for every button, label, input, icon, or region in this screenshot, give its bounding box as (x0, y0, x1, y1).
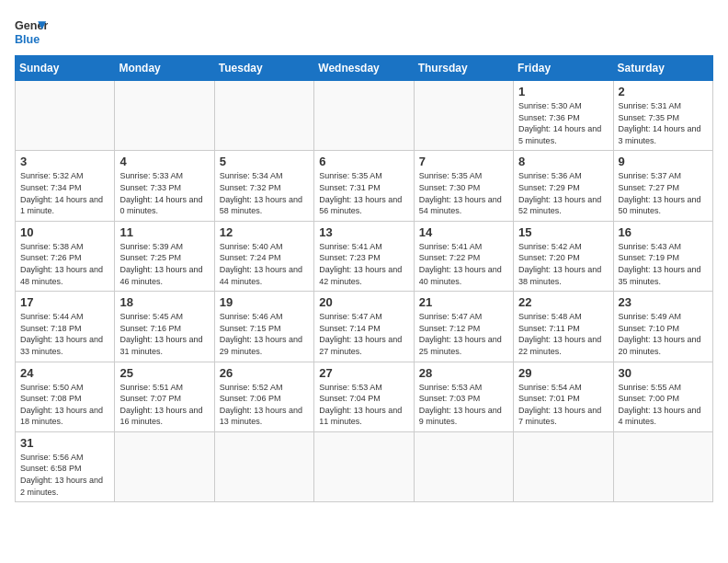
day-number: 19 (220, 295, 309, 309)
day-number: 14 (419, 225, 508, 239)
calendar-cell (115, 81, 214, 151)
calendar-cell (414, 431, 513, 501)
calendar-week-row: 1Sunrise: 5:30 AM Sunset: 7:36 PM Daylig… (16, 81, 713, 151)
calendar-cell: 7Sunrise: 5:35 AM Sunset: 7:30 PM Daylig… (414, 151, 513, 221)
calendar-cell: 11Sunrise: 5:39 AM Sunset: 7:25 PM Dayli… (115, 221, 214, 291)
day-number: 16 (619, 225, 708, 239)
day-info: Sunrise: 5:35 AM Sunset: 7:30 PM Dayligh… (419, 170, 508, 216)
day-number: 15 (518, 225, 608, 239)
calendar-cell: 31Sunrise: 5:56 AM Sunset: 6:58 PM Dayli… (16, 431, 115, 501)
day-number: 28 (419, 366, 508, 380)
day-info: Sunrise: 5:30 AM Sunset: 7:36 PM Dayligh… (518, 100, 608, 146)
calendar-cell: 26Sunrise: 5:52 AM Sunset: 7:06 PM Dayli… (214, 362, 313, 431)
day-info: Sunrise: 5:40 AM Sunset: 7:24 PM Dayligh… (220, 241, 309, 287)
calendar-cell: 8Sunrise: 5:36 AM Sunset: 7:29 PM Daylig… (514, 151, 613, 221)
day-number: 7 (419, 155, 508, 168)
day-info: Sunrise: 5:41 AM Sunset: 7:22 PM Dayligh… (419, 241, 508, 287)
day-number: 3 (20, 155, 109, 168)
calendar-cell: 12Sunrise: 5:40 AM Sunset: 7:24 PM Dayli… (214, 221, 313, 291)
day-info: Sunrise: 5:38 AM Sunset: 7:26 PM Dayligh… (20, 241, 109, 287)
day-info: Sunrise: 5:42 AM Sunset: 7:20 PM Dayligh… (518, 241, 608, 287)
calendar-cell: 20Sunrise: 5:47 AM Sunset: 7:14 PM Dayli… (314, 292, 414, 362)
calendar-cell: 17Sunrise: 5:44 AM Sunset: 7:18 PM Dayli… (16, 292, 115, 362)
calendar-cell: 15Sunrise: 5:42 AM Sunset: 7:20 PM Dayli… (514, 221, 613, 291)
weekday-header-monday: Monday (115, 56, 214, 81)
day-info: Sunrise: 5:36 AM Sunset: 7:29 PM Dayligh… (518, 170, 608, 216)
logo: General Blue (15, 15, 48, 48)
day-number: 29 (518, 366, 608, 380)
day-number: 26 (220, 366, 309, 380)
calendar-cell: 30Sunrise: 5:55 AM Sunset: 7:00 PM Dayli… (613, 362, 712, 431)
calendar-cell: 16Sunrise: 5:43 AM Sunset: 7:19 PM Dayli… (613, 221, 712, 291)
day-number: 5 (220, 155, 309, 168)
day-info: Sunrise: 5:31 AM Sunset: 7:35 PM Dayligh… (619, 100, 708, 146)
day-number: 21 (419, 295, 508, 309)
calendar-cell: 27Sunrise: 5:53 AM Sunset: 7:04 PM Dayli… (314, 362, 414, 431)
calendar-cell (613, 431, 712, 501)
calendar-cell: 3Sunrise: 5:32 AM Sunset: 7:34 PM Daylig… (16, 151, 115, 221)
calendar-cell (414, 81, 513, 151)
day-number: 20 (319, 295, 408, 309)
day-info: Sunrise: 5:52 AM Sunset: 7:06 PM Dayligh… (220, 382, 309, 428)
day-info: Sunrise: 5:46 AM Sunset: 7:15 PM Dayligh… (220, 311, 309, 357)
calendar-week-row: 31Sunrise: 5:56 AM Sunset: 6:58 PM Dayli… (16, 431, 713, 501)
calendar-cell: 19Sunrise: 5:46 AM Sunset: 7:15 PM Dayli… (214, 292, 313, 362)
calendar-cell (214, 81, 313, 151)
day-number: 12 (220, 225, 309, 239)
day-number: 30 (619, 366, 708, 380)
day-number: 10 (20, 225, 109, 239)
calendar-week-row: 3Sunrise: 5:32 AM Sunset: 7:34 PM Daylig… (16, 151, 713, 221)
day-number: 9 (619, 155, 708, 168)
calendar-cell (115, 431, 214, 501)
weekday-header-wednesday: Wednesday (314, 56, 414, 81)
calendar-week-row: 17Sunrise: 5:44 AM Sunset: 7:18 PM Dayli… (16, 292, 713, 362)
calendar-cell: 21Sunrise: 5:47 AM Sunset: 7:12 PM Dayli… (414, 292, 513, 362)
day-info: Sunrise: 5:49 AM Sunset: 7:10 PM Dayligh… (619, 311, 708, 357)
weekday-header-sunday: Sunday (16, 56, 115, 81)
day-number: 2 (619, 85, 708, 98)
calendar-cell: 10Sunrise: 5:38 AM Sunset: 7:26 PM Dayli… (16, 221, 115, 291)
calendar-week-row: 24Sunrise: 5:50 AM Sunset: 7:08 PM Dayli… (16, 362, 713, 431)
calendar-cell: 29Sunrise: 5:54 AM Sunset: 7:01 PM Dayli… (514, 362, 613, 431)
day-info: Sunrise: 5:39 AM Sunset: 7:25 PM Dayligh… (119, 241, 209, 287)
day-info: Sunrise: 5:48 AM Sunset: 7:11 PM Dayligh… (518, 311, 608, 357)
calendar-cell: 1Sunrise: 5:30 AM Sunset: 7:36 PM Daylig… (514, 81, 613, 151)
calendar-cell: 22Sunrise: 5:48 AM Sunset: 7:11 PM Dayli… (514, 292, 613, 362)
calendar-cell: 9Sunrise: 5:37 AM Sunset: 7:27 PM Daylig… (613, 151, 712, 221)
calendar-week-row: 10Sunrise: 5:38 AM Sunset: 7:26 PM Dayli… (16, 221, 713, 291)
day-number: 25 (119, 366, 209, 380)
weekday-header-row: SundayMondayTuesdayWednesdayThursdayFrid… (16, 56, 713, 81)
calendar-cell: 24Sunrise: 5:50 AM Sunset: 7:08 PM Dayli… (16, 362, 115, 431)
day-info: Sunrise: 5:45 AM Sunset: 7:16 PM Dayligh… (119, 311, 209, 357)
day-info: Sunrise: 5:50 AM Sunset: 7:08 PM Dayligh… (20, 382, 109, 428)
day-number: 11 (119, 225, 209, 239)
day-info: Sunrise: 5:51 AM Sunset: 7:07 PM Dayligh… (119, 382, 209, 428)
calendar-cell: 18Sunrise: 5:45 AM Sunset: 7:16 PM Dayli… (115, 292, 214, 362)
logo-icon: General Blue (15, 15, 48, 48)
day-info: Sunrise: 5:53 AM Sunset: 7:04 PM Dayligh… (319, 382, 408, 428)
day-info: Sunrise: 5:47 AM Sunset: 7:14 PM Dayligh… (319, 311, 408, 357)
day-info: Sunrise: 5:34 AM Sunset: 7:32 PM Dayligh… (220, 170, 309, 216)
weekday-header-saturday: Saturday (613, 56, 712, 81)
day-number: 23 (619, 295, 708, 309)
calendar-cell: 23Sunrise: 5:49 AM Sunset: 7:10 PM Dayli… (613, 292, 712, 362)
day-number: 22 (518, 295, 608, 309)
day-info: Sunrise: 5:44 AM Sunset: 7:18 PM Dayligh… (20, 311, 109, 357)
calendar-cell (16, 81, 115, 151)
day-info: Sunrise: 5:37 AM Sunset: 7:27 PM Dayligh… (619, 170, 708, 216)
weekday-header-tuesday: Tuesday (214, 56, 313, 81)
day-number: 8 (518, 155, 608, 168)
day-info: Sunrise: 5:54 AM Sunset: 7:01 PM Dayligh… (518, 382, 608, 428)
calendar-cell: 14Sunrise: 5:41 AM Sunset: 7:22 PM Dayli… (414, 221, 513, 291)
calendar-table: SundayMondayTuesdayWednesdayThursdayFrid… (15, 55, 713, 502)
day-number: 17 (20, 295, 109, 309)
day-info: Sunrise: 5:56 AM Sunset: 6:58 PM Dayligh… (20, 452, 109, 498)
day-info: Sunrise: 5:55 AM Sunset: 7:00 PM Dayligh… (619, 382, 708, 428)
calendar-cell (214, 431, 313, 501)
calendar-cell: 28Sunrise: 5:53 AM Sunset: 7:03 PM Dayli… (414, 362, 513, 431)
calendar-cell: 2Sunrise: 5:31 AM Sunset: 7:35 PM Daylig… (613, 81, 712, 151)
calendar-cell: 6Sunrise: 5:35 AM Sunset: 7:31 PM Daylig… (314, 151, 414, 221)
day-number: 27 (319, 366, 408, 380)
day-info: Sunrise: 5:32 AM Sunset: 7:34 PM Dayligh… (20, 170, 109, 216)
day-info: Sunrise: 5:53 AM Sunset: 7:03 PM Dayligh… (419, 382, 508, 428)
